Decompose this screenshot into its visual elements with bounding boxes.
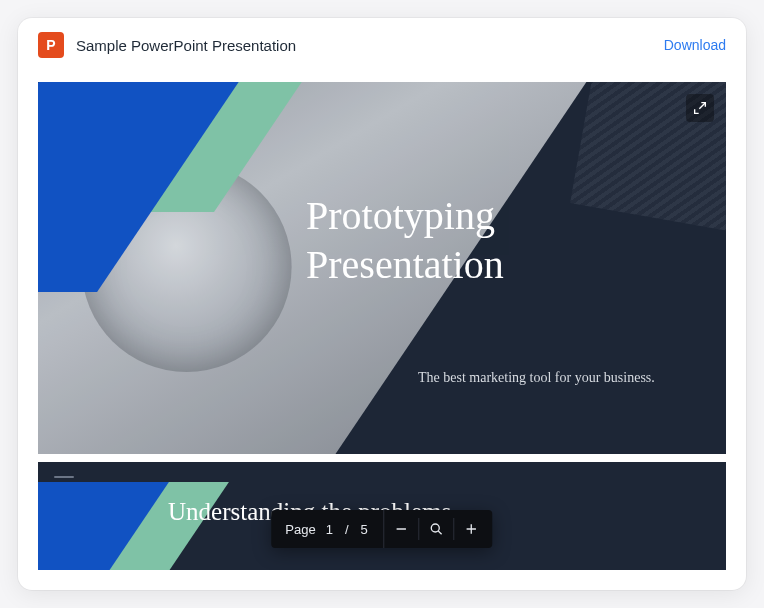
zoom-out-button[interactable]	[385, 510, 419, 548]
current-page: 1	[320, 522, 339, 537]
svg-point-1	[432, 524, 440, 532]
header-bar: P Sample PowerPoint Presentation Downloa…	[18, 18, 746, 72]
zoom-reset-button[interactable]	[420, 510, 454, 548]
expand-button[interactable]	[686, 94, 714, 122]
magnifier-icon	[429, 521, 445, 537]
slide-viewer: Prototyping Presentation The best market…	[38, 82, 726, 570]
page-indicator: Page 1 / 5	[275, 510, 384, 548]
page-label: Page	[285, 522, 319, 537]
preview-card: P Sample PowerPoint Presentation Downloa…	[18, 18, 746, 590]
slide-1-subtitle: The best marketing tool for your busines…	[418, 370, 655, 386]
expand-icon	[692, 100, 708, 116]
zoom-in-button[interactable]	[455, 510, 489, 548]
total-pages: 5	[355, 522, 374, 537]
slide-1-title-line-2: Presentation	[306, 242, 504, 287]
minus-icon	[394, 521, 410, 537]
plus-icon	[464, 521, 480, 537]
slide-1-title: Prototyping Presentation	[306, 192, 504, 290]
slide-1-title-line-1: Prototyping	[306, 193, 495, 238]
slide-gap	[38, 454, 726, 462]
document-title: Sample PowerPoint Presentation	[76, 37, 652, 54]
slide-1: Prototyping Presentation The best market…	[38, 82, 726, 454]
pagination-toolbar: Page 1 / 5	[271, 510, 492, 548]
page-separator: /	[339, 522, 355, 537]
powerpoint-icon-letter: P	[46, 37, 55, 53]
powerpoint-icon: P	[38, 32, 64, 58]
download-link[interactable]: Download	[664, 37, 726, 53]
svg-line-2	[439, 531, 442, 534]
